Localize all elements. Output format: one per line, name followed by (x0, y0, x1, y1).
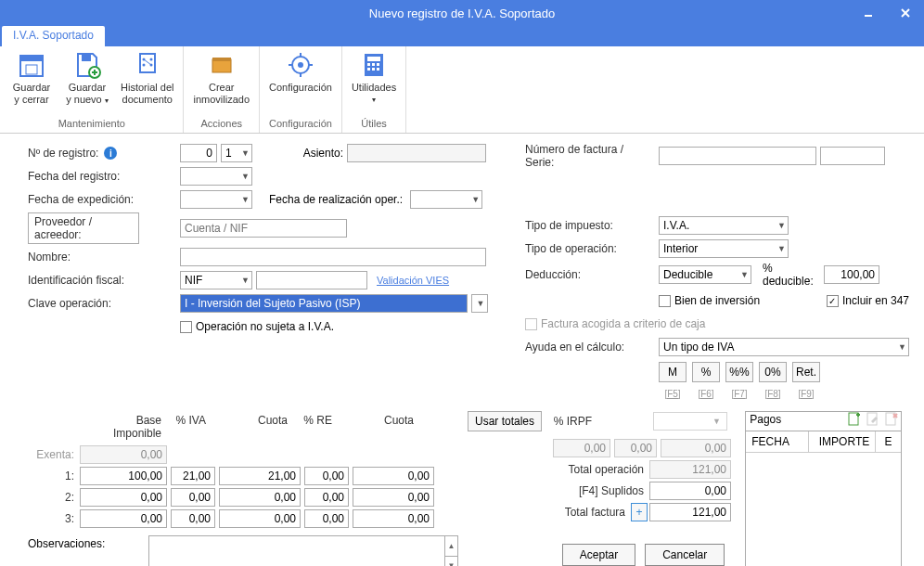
grid-row-label-3: 3: (28, 512, 80, 525)
grid-pct_iva-3[interactable] (171, 509, 215, 528)
group-configuracion-label: Configuración (265, 116, 336, 133)
grid-pct_iva-1[interactable] (171, 467, 215, 485)
svg-point-12 (142, 64, 145, 67)
configuracion-button[interactable]: Configuración (265, 48, 336, 108)
nombre-input[interactable] (180, 248, 486, 266)
gh-pctre: % RE (293, 411, 338, 443)
observaciones-label: Observaciones: (28, 535, 148, 566)
validacion-vies-link[interactable]: Validación VIES (377, 275, 449, 286)
fecha-registro-select[interactable]: ▼ (180, 167, 252, 186)
calc-0%-hint: [F8] (759, 389, 787, 399)
close-button[interactable] (887, 0, 924, 26)
observaciones-textarea[interactable] (148, 535, 445, 566)
svg-rect-6 (82, 54, 91, 61)
grid-base-3[interactable] (80, 509, 167, 528)
utilidades-button[interactable]: Utilidades ▾ (348, 48, 400, 108)
grid-cuota1-1[interactable] (219, 467, 301, 485)
num-factura-input[interactable] (659, 147, 816, 165)
ayuda-calculo-select[interactable]: Un tipo de IVA▼ (659, 338, 909, 356)
svg-rect-26 (367, 63, 370, 66)
svg-rect-4 (20, 56, 43, 61)
cancelar-button[interactable]: Cancelar (645, 544, 725, 566)
grid-cuota2-3[interactable] (353, 509, 434, 528)
obs-spin-up[interactable]: ▲ (445, 536, 457, 557)
gh-pctiva: % IVA (167, 411, 212, 443)
grid-pct_re-2[interactable] (304, 488, 349, 507)
grid-cuota2-2[interactable] (353, 488, 434, 507)
info-icon[interactable]: i (104, 147, 117, 160)
grid-base-2[interactable] (80, 488, 167, 507)
gh-base: Base Imponible (80, 411, 167, 443)
pagos-table: FECHA IMPORTE E (746, 431, 901, 566)
ident-fiscal-input[interactable] (256, 271, 367, 289)
guardar-cerrar-button[interactable]: Guardar y cerrar (6, 48, 58, 109)
pago-add-icon[interactable] (847, 412, 862, 427)
group-utiles-label: Útiles (348, 116, 400, 133)
num-registro-serie-select[interactable]: 1▼ (221, 144, 252, 162)
gh-cuota1: Cuota (212, 411, 293, 443)
historial-button[interactable]: Historial del documento (117, 48, 177, 109)
calc-M-hint: [F5] (659, 389, 687, 399)
fecha-expedicion-select[interactable]: ▼ (180, 190, 252, 209)
pct-deducible-input[interactable] (824, 265, 879, 284)
tab-iva-soportado[interactable]: I.V.A. Soportado (2, 26, 105, 46)
suplidos-value[interactable] (649, 482, 731, 500)
fecha-realizacion-select[interactable]: ▼ (410, 190, 482, 209)
calc-%-button[interactable]: % (692, 362, 720, 382)
clave-op-label: Clave operación: (28, 297, 176, 310)
calc-0%-button[interactable]: 0% (759, 362, 787, 382)
clave-op-select[interactable]: I - Inversión del Sujeto Pasivo (ISP) (180, 294, 468, 313)
grid-pct_re-1[interactable] (304, 467, 349, 485)
plus-button[interactable]: + (631, 503, 648, 521)
calc-M-button[interactable]: M (659, 362, 687, 382)
grid-base-1[interactable] (80, 467, 167, 485)
calc-Ret.-button[interactable]: Ret. (792, 362, 820, 382)
crear-inmovilizado-button[interactable]: Crear inmovilizado (189, 48, 253, 108)
pago-delete-icon[interactable] (884, 412, 899, 427)
svg-rect-30 (372, 68, 375, 71)
ayuda-calculo-label: Ayuda en el cálculo: (525, 341, 655, 354)
pagos-col-importe: IMPORTE (809, 431, 876, 453)
tipo-operacion-select[interactable]: Interior▼ (659, 239, 789, 258)
svg-point-19 (298, 62, 303, 68)
grid-cuota1-3[interactable] (219, 509, 301, 528)
usar-totales-button[interactable]: Usar totales (468, 411, 542, 431)
svg-rect-28 (377, 63, 379, 66)
clave-op-dropdown-button[interactable]: ▼ (471, 294, 488, 313)
aceptar-button[interactable]: Aceptar (562, 544, 635, 566)
tipo-impuesto-select[interactable]: I.V.A.▼ (659, 216, 789, 235)
deduccion-select[interactable]: Deducible▼ (659, 265, 751, 284)
grid-cuota1-2[interactable] (219, 488, 301, 507)
grid-cuota2-1[interactable] (353, 467, 434, 485)
op-no-sujeta-checkbox[interactable] (180, 321, 192, 333)
fecha-realizacion-label: Fecha de realización oper.: (269, 193, 403, 206)
incluir-347-checkbox[interactable]: ✓ (827, 295, 839, 307)
num-registro-input[interactable] (180, 144, 217, 162)
obs-spin-down[interactable]: ▼ (445, 557, 457, 567)
factura-caja-checkbox (525, 318, 537, 330)
proveedor-input[interactable] (180, 219, 347, 238)
pago-edit-icon[interactable] (866, 412, 880, 427)
total-fact-value[interactable] (649, 503, 731, 521)
group-acciones-label: Acciones (189, 116, 253, 133)
tipo-operacion-label: Tipo de operación: (525, 242, 655, 255)
gh-cuota2: Cuota (338, 411, 419, 443)
calc-%%-button[interactable]: %% (725, 362, 753, 382)
pagos-label: Pagos (750, 413, 781, 426)
svg-rect-17 (212, 58, 231, 61)
grid-row-label-0: Exenta: (28, 448, 80, 461)
grid-row-label-1: 1: (28, 470, 80, 482)
irpf-select: ▼ (653, 412, 727, 431)
bien-inversion-label: Bien de inversión (674, 294, 760, 307)
incluir-347-label: Incluir en 347 (842, 294, 909, 307)
minimize-button[interactable] (850, 0, 887, 26)
grid-base-0 (80, 445, 167, 464)
ident-fiscal-tipo-select[interactable]: NIF▼ (180, 271, 252, 289)
grid-pct_iva-2[interactable] (171, 488, 215, 507)
guardar-nuevo-button[interactable]: Guardar y nuevo ▾ (61, 48, 113, 109)
grid-pct_re-3[interactable] (304, 509, 349, 528)
serie-input[interactable] (820, 147, 885, 165)
group-mantenimiento-label: Mantenimiento (6, 116, 177, 133)
proveedor-label[interactable]: Proveedor / acreedor: (28, 212, 139, 244)
bien-inversion-checkbox[interactable] (659, 295, 671, 307)
